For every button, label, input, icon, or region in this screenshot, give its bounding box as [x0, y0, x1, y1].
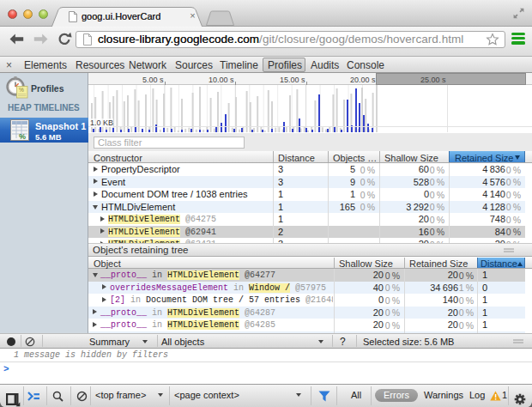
svg-text:%: % — [19, 87, 24, 93]
svg-text:%: % — [19, 132, 26, 141]
